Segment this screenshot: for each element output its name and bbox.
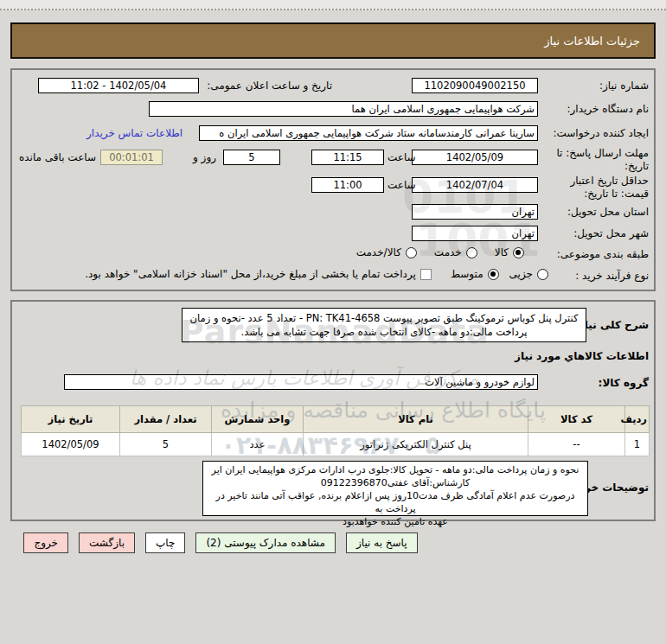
countdown-timer [100, 150, 163, 165]
header-cell-item-name: نام کالا [304, 406, 528, 433]
header-cell-item-code: کد کالا [528, 406, 625, 433]
radio-unselected-icon[interactable] [406, 247, 417, 258]
buyer-notes-line: درصورت عدم اعلام آمادگی ظرف مدت10روز پس … [208, 489, 583, 515]
cell-quantity: 5 [120, 433, 212, 456]
process-option-minor[interactable]: جزیی [509, 268, 548, 280]
view-attachments-button[interactable]: مشاهده مدارک پیوستی (2) [195, 532, 336, 553]
radio-unselected-icon[interactable] [537, 269, 548, 280]
category-option-service[interactable]: خدمت [434, 246, 477, 258]
need-number-input[interactable] [412, 78, 538, 93]
countdown-label: ساعت باقی مانده [19, 151, 96, 163]
reply-deadline-label-line1: مهلت ارسال پاسخ: تا [556, 147, 649, 159]
section-title: جزئیات اطلاعات نیاز [544, 35, 640, 48]
print-button[interactable]: چاپ [145, 532, 185, 553]
buyer-org-label: نام دستگاه خریدار: [567, 103, 650, 115]
request-creator-label: ایجاد کننده درخواست: [553, 127, 649, 139]
validity-hour-label: ساعت [387, 179, 416, 191]
request-creator-input[interactable] [199, 125, 538, 141]
reply-deadline-time-input[interactable] [311, 150, 384, 165]
city-label: شهر محل تحویل: [573, 227, 649, 239]
reply-deadline-date-input[interactable] [412, 150, 538, 165]
announce-datetime-input[interactable] [38, 78, 199, 93]
goods-info-panel: شرح کلی نیاز: کنترل پنل کوباس ترموکینگ ط… [10, 300, 656, 521]
category-radio-group: کالا خدمت کالا/خدمت [356, 246, 524, 258]
reply-deadline-label-line2: تاریخ: [624, 160, 649, 172]
items-table-header-row: ردیف کد کالا نام کالا واحد شمارش تعداد /… [22, 406, 650, 433]
cell-row-no: 1 [625, 433, 650, 456]
header-cell-row-no: ردیف [625, 406, 650, 433]
category-option-goods-service-label: کالا/خدمت [356, 246, 401, 258]
treasury-payment-option[interactable]: پرداخت تمام یا بخشی از مبلغ خرید،از محل … [85, 268, 432, 280]
process-option-minor-label: جزیی [509, 268, 533, 280]
process-option-medium[interactable]: متوسط [451, 268, 499, 280]
goods-group-label: گروه کالا: [599, 377, 649, 389]
radio-selected-icon[interactable] [488, 269, 499, 280]
price-validity-date-input[interactable] [412, 177, 538, 193]
process-option-medium-label: متوسط [451, 268, 483, 280]
buyer-notes-box[interactable]: نحوه و زمان پرداخت مالی:دو ماهه - تحویل … [202, 461, 588, 516]
category-label: طبقه بندی موضوعی: [557, 248, 649, 260]
back-button[interactable]: بازگشت [79, 532, 135, 553]
buyer-notes-line: نحوه و زمان پرداخت مالی:دو ماهه - تحویل … [208, 463, 583, 476]
reply-hour-label: ساعت [387, 151, 416, 163]
header-cell-quantity: تعداد / مقدار [120, 406, 212, 433]
header-cell-need-date: تاریخ نیاز [22, 406, 120, 433]
category-option-goods-service[interactable]: کالا/خدمت [356, 246, 417, 258]
header-cell-unit: واحد شمارش [212, 406, 304, 433]
buyer-contact-link[interactable]: اطلاعات تماس خریدار [86, 127, 183, 139]
window-top-divider [0, 0, 666, 10]
goods-group-input[interactable] [64, 374, 538, 390]
price-validity-time-input[interactable] [311, 177, 384, 193]
days-label: روز و [193, 151, 216, 163]
section-header-bar: جزئیات اطلاعات نیاز [10, 22, 656, 59]
announce-datetime-label: تاریخ و ساعت اعلان عمومی: [207, 80, 332, 92]
table-row[interactable]: 1 -- پنل کنترل الکتریکی ژنراتور عدد 5 14… [22, 433, 650, 456]
need-number-label: شماره نیاز: [599, 80, 649, 92]
radio-selected-icon[interactable] [513, 247, 524, 258]
cell-unit: عدد [212, 433, 304, 456]
buyer-org-input[interactable] [149, 101, 538, 117]
price-validity-label-line1: حداقل تاریخ اعتبار [570, 175, 649, 187]
price-validity-label: حداقل تاریخ اعتبار قیمت: تا تاریخ: [547, 175, 649, 201]
province-input[interactable] [412, 204, 538, 220]
category-option-goods[interactable]: کالا [495, 246, 524, 258]
days-remaining-input[interactable] [223, 150, 280, 165]
price-validity-label-line2: قیمت: تا تاریخ: [584, 188, 649, 200]
category-option-goods-label: کالا [495, 246, 509, 258]
buyer-notes-line: کارشناس:آقای عفتی09122396870 [208, 476, 583, 489]
goods-section-header: اطلاعات کالاهاي مورد نیاز [515, 350, 649, 362]
exit-button[interactable]: خروج [23, 532, 68, 553]
category-option-service-label: خدمت [434, 246, 462, 258]
treasury-payment-label: پرداخت تمام یا بخشی از مبلغ خرید،از محل … [85, 268, 416, 280]
radio-unselected-icon[interactable] [466, 247, 477, 258]
cell-need-date: 1402/05/09 [22, 433, 120, 456]
reply-deadline-label: مهلت ارسال پاسخ: تا تاریخ: [547, 147, 649, 173]
action-buttons-row: پاسخ به نیاز مشاهده مدارک پیوستی (2) چاپ… [43, 532, 398, 553]
buyer-notes-line: عهده تامین کننده خواهدبود [208, 515, 583, 528]
need-description-box[interactable]: کنترل پنل کوباس ترموکینگ طبق تصویر پیوست… [182, 308, 586, 342]
province-label: استان محل تحویل: [567, 206, 649, 218]
city-input[interactable] [412, 226, 538, 241]
items-table: ردیف کد کالا نام کالا واحد شمارش تعداد /… [21, 405, 650, 456]
need-info-panel: شماره نیاز: تاریخ و ساعت اعلان عمومی: نا… [10, 68, 656, 291]
respond-button[interactable]: پاسخ به نیاز [346, 532, 418, 553]
process-type-label: نوع فرآیند خرید : [575, 270, 649, 282]
page: جزئیات اطلاعات نیاز شماره نیاز: تاریخ و … [0, 0, 666, 644]
checkbox-icon[interactable] [420, 269, 432, 280]
cell-item-name: پنل کنترل الکتریکی ژنراتور [304, 433, 528, 456]
cell-item-code: -- [528, 433, 625, 456]
process-type-radio-group: جزیی متوسط پرداخت تمام یا بخشی از مبلغ خ… [85, 268, 548, 280]
